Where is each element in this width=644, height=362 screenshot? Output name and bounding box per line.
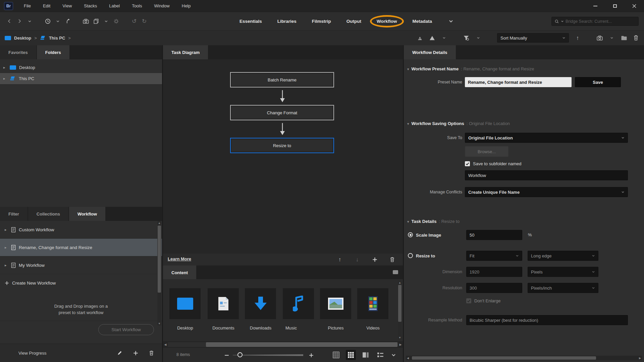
- workspace-tab-metadata[interactable]: Metadata: [413, 19, 432, 24]
- folder-tile-pictures[interactable]: [320, 288, 351, 319]
- content-scrollbar[interactable]: ▲ ▼: [398, 281, 402, 340]
- tab-workflow-details[interactable]: Workflow Details: [404, 45, 456, 59]
- scroll-right-icon[interactable]: ▶: [398, 341, 403, 348]
- delete-trash-icon[interactable]: [633, 33, 639, 43]
- tab-filter[interactable]: Filter: [0, 207, 28, 221]
- import-camera-icon[interactable]: [596, 33, 603, 43]
- browse-button[interactable]: Browse...: [465, 146, 508, 157]
- tree-item-this-pc[interactable]: ▸ This PC: [0, 73, 162, 84]
- folder-tile-desktop[interactable]: [169, 288, 201, 319]
- forward-button[interactable]: [16, 16, 23, 26]
- menu-stacks[interactable]: Stacks: [84, 3, 97, 8]
- move-task-down-icon[interactable]: ↓: [354, 255, 361, 264]
- scrollbar-thumb[interactable]: [398, 285, 401, 322]
- manage-conflicts-select[interactable]: Create Unique File Name: [465, 187, 628, 197]
- workspace-tab-output[interactable]: Output: [346, 19, 361, 24]
- task-node-resize-to[interactable]: Resize to: [230, 138, 334, 153]
- filter-rating-small-icon[interactable]: [417, 33, 423, 43]
- dimension-unit-select[interactable]: Pixels: [528, 267, 598, 277]
- menu-help[interactable]: Help: [182, 3, 191, 8]
- scroll-up-icon[interactable]: ▲: [157, 221, 161, 225]
- subfolder-name-input[interactable]: [468, 173, 625, 178]
- zoom-out-icon[interactable]: [223, 351, 230, 360]
- subfolder-checkbox[interactable]: [465, 161, 470, 166]
- tab-folders[interactable]: Folders: [37, 45, 69, 59]
- task-node-batch-rename[interactable]: Batch Rename: [230, 72, 334, 87]
- folder-tile-videos[interactable]: [357, 288, 388, 319]
- redo-icon[interactable]: ↻: [141, 16, 148, 26]
- collapse-chevron-icon[interactable]: ▾: [407, 122, 409, 126]
- edge-select[interactable]: Long edge: [528, 251, 598, 261]
- menu-edit[interactable]: Edit: [43, 3, 50, 8]
- scale-image-radio[interactable]: [408, 232, 413, 237]
- workspace-dropdown-icon[interactable]: [447, 16, 454, 26]
- add-plus-icon[interactable]: [132, 348, 139, 358]
- delete-trash-icon[interactable]: [148, 348, 155, 358]
- panel-menu-icon[interactable]: [393, 270, 398, 274]
- preset-name-input[interactable]: [468, 80, 569, 85]
- folder-tile-documents[interactable]: [208, 288, 239, 319]
- learn-more-link[interactable]: Learn More: [168, 256, 191, 261]
- close-button[interactable]: [625, 0, 644, 12]
- task-details-section-header[interactable]: ▾ Task Details : Resize to: [407, 219, 460, 224]
- edit-pencil-icon[interactable]: [116, 348, 123, 358]
- workspace-tab-workflow[interactable]: Workflow: [377, 19, 397, 24]
- tab-workflow[interactable]: Workflow: [69, 207, 105, 221]
- expand-caret-icon[interactable]: ▸: [3, 76, 7, 81]
- menu-label[interactable]: Label: [109, 3, 120, 8]
- minimize-button[interactable]: [586, 0, 605, 12]
- get-photos-camera-icon[interactable]: [83, 16, 89, 26]
- scroll-right-icon[interactable]: ▶: [638, 356, 642, 360]
- save-to-select[interactable]: Original File Location: [465, 133, 628, 143]
- thumbnail-size-slider-thumb[interactable]: [237, 352, 243, 357]
- thumbnail-size-slider-track[interactable]: [233, 354, 303, 356]
- tab-content[interactable]: Content: [163, 265, 196, 280]
- sort-order-select[interactable]: Sort Manually: [497, 33, 569, 43]
- folder-tile-music[interactable]: [283, 288, 314, 319]
- save-preset-button[interactable]: Save: [575, 77, 621, 87]
- dimension-input[interactable]: [470, 269, 519, 275]
- search-input[interactable]: [566, 19, 636, 24]
- filter-rating-dropdown-icon[interactable]: [441, 33, 447, 43]
- search-scope-dropdown-icon[interactable]: [561, 20, 564, 23]
- resolution-input[interactable]: [470, 286, 519, 291]
- start-workflow-button[interactable]: Start Workflow: [98, 324, 154, 335]
- breadcrumb-desktop[interactable]: Desktop: [14, 36, 31, 41]
- folder-tile-downloads[interactable]: [245, 288, 276, 319]
- workflow-preset-my-workflow[interactable]: ▸ My Workflow: [0, 256, 162, 274]
- navigation-dropdown-icon[interactable]: [26, 16, 33, 26]
- grid-lock-view-icon[interactable]: [331, 350, 341, 360]
- scroll-down-icon[interactable]: ▼: [398, 336, 402, 340]
- versions-stack-icon[interactable]: [93, 16, 99, 26]
- preset-name-section-header[interactable]: ▾ Workflow Preset Name : Rename, Change …: [407, 66, 534, 71]
- workflow-list-scrollbar[interactable]: ▲ ▼: [157, 221, 161, 325]
- tab-favorites[interactable]: Favorites: [0, 45, 36, 59]
- menu-view[interactable]: View: [62, 3, 72, 8]
- menu-tools[interactable]: Tools: [132, 3, 142, 8]
- details-view-icon[interactable]: [361, 350, 371, 360]
- versions-dropdown-icon[interactable]: [103, 16, 109, 26]
- search-box[interactable]: [551, 17, 639, 26]
- zoom-in-icon[interactable]: [308, 351, 315, 360]
- thumbnail-view-icon[interactable]: [346, 350, 356, 360]
- scrollbar-thumb[interactable]: [412, 356, 596, 360]
- new-folder-icon[interactable]: [621, 33, 627, 43]
- delete-task-icon[interactable]: [389, 255, 395, 264]
- resize-to-radio[interactable]: [408, 253, 413, 258]
- workspace-tab-filmstrip[interactable]: Filmstrip: [312, 19, 331, 24]
- undo-icon[interactable]: ↺: [131, 16, 138, 26]
- sort-direction-icon[interactable]: ↑: [574, 33, 581, 43]
- add-task-icon[interactable]: [371, 255, 378, 264]
- scroll-left-icon[interactable]: ◀: [163, 341, 168, 348]
- create-new-workflow[interactable]: Create New Workflow: [0, 274, 162, 292]
- recent-files-dropdown-icon[interactable]: [54, 16, 61, 26]
- resample-method-field[interactable]: Bicubic Sharper (best for reduction): [466, 315, 628, 325]
- details-horizontal-scrollbar[interactable]: ◀ ▶: [406, 356, 642, 360]
- scrollbar-thumb[interactable]: [158, 226, 161, 293]
- view-options-dropdown-icon[interactable]: [390, 350, 397, 360]
- scroll-up-icon[interactable]: ▲: [398, 281, 402, 285]
- scrollbar-thumb[interactable]: [206, 342, 397, 347]
- tab-collections[interactable]: Collections: [28, 207, 68, 221]
- refine-gear-icon[interactable]: [113, 16, 119, 26]
- back-button[interactable]: [6, 16, 13, 26]
